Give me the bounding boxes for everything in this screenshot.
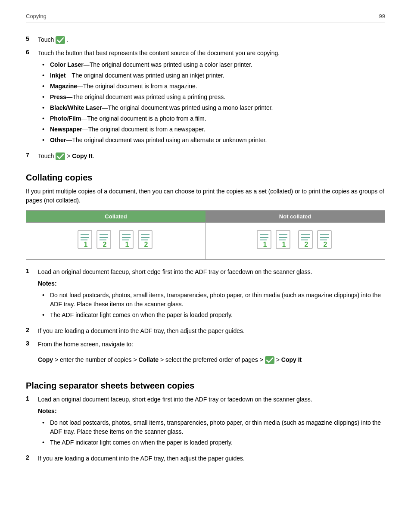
check-icon bbox=[56, 152, 65, 160]
not-collated-cell: 1 1 bbox=[206, 223, 385, 260]
collating-step-1: 1 Load an original document faceup, shor… bbox=[26, 268, 385, 322]
doc-icon-4: 2 bbox=[137, 230, 155, 251]
copy-nav: Copy > enter the number of copies > Coll… bbox=[38, 355, 385, 365]
separator-step-2: 2 If you are loading a document into the… bbox=[26, 454, 385, 463]
collating-step-3: 3 From the home screen, navigate to: Cop… bbox=[26, 340, 385, 369]
not-collated-header: Not collated bbox=[206, 211, 385, 223]
separator-step-1-num: 1 bbox=[26, 395, 38, 402]
list-item: The ADF indicator light comes on when th… bbox=[42, 311, 385, 320]
separator-notes-1: Do not load postcards, photos, small ite… bbox=[42, 418, 385, 447]
header-section-label: Copying bbox=[26, 13, 47, 19]
notes-label-sep-1: Notes: bbox=[38, 407, 385, 416]
svg-text:2: 2 bbox=[305, 241, 308, 248]
step-6-bullets: Color Laser—The original document was pr… bbox=[42, 60, 385, 145]
separator-step-1-content: Load an original document faceup, short … bbox=[38, 395, 385, 450]
svg-text:2: 2 bbox=[144, 241, 148, 248]
step-6-content: Touch the button that best represents th… bbox=[38, 49, 385, 147]
list-item: Do not load postcards, photos, small ite… bbox=[42, 418, 385, 436]
page-number: 99 bbox=[379, 13, 385, 19]
separator-step-2-content: If you are loading a document into the A… bbox=[38, 454, 385, 463]
svg-text:2: 2 bbox=[324, 241, 327, 248]
step-6: 6 Touch the button that best represents … bbox=[26, 49, 385, 147]
separator-section-title: Placing separator sheets between copies bbox=[26, 381, 385, 391]
step-7: 7 Touch > Copy It. bbox=[26, 152, 385, 161]
list-item: Magazine—The original document is from a… bbox=[42, 82, 385, 91]
doc-icon-3: 1 bbox=[118, 230, 136, 251]
svg-text:1: 1 bbox=[282, 241, 286, 248]
collating-section-title: Collating copies bbox=[26, 173, 385, 183]
collating-step-2-content: If you are loading a document into the A… bbox=[38, 327, 385, 336]
doc-icon-1: 1 bbox=[77, 230, 94, 251]
svg-text:1: 1 bbox=[84, 241, 87, 248]
collating-intro: If you print multiple copies of a docume… bbox=[26, 187, 385, 205]
check-icon bbox=[56, 36, 65, 44]
svg-text:1: 1 bbox=[125, 241, 129, 248]
separator-step-2-num: 2 bbox=[26, 454, 38, 461]
step-6-number: 6 bbox=[26, 49, 38, 56]
collating-step-1-content: Load an original document faceup, short … bbox=[38, 268, 385, 322]
notes-label-1: Notes: bbox=[38, 279, 385, 288]
step-5-number: 5 bbox=[26, 35, 38, 42]
copy-it-bold: Copy It bbox=[281, 356, 302, 363]
collated-cell: 1 2 bbox=[26, 223, 206, 260]
svg-text:2: 2 bbox=[103, 241, 106, 248]
collating-notes-1: Do not load postcards, photos, small ite… bbox=[42, 291, 385, 320]
page-header: Copying 99 bbox=[26, 13, 385, 22]
collated-icons: 1 2 bbox=[77, 230, 155, 251]
doc-icon-8: 2 bbox=[317, 230, 334, 251]
collating-step-1-num: 1 bbox=[26, 268, 38, 274]
list-item: The ADF indicator light comes on when th… bbox=[42, 438, 385, 447]
collating-step-2: 2 If you are loading a document into the… bbox=[26, 327, 385, 336]
collated-header: Collated bbox=[26, 211, 206, 223]
collate-bold: Collate bbox=[138, 356, 159, 363]
collate-table: Collated Not collated 1 bbox=[26, 210, 385, 260]
list-item: Press—The original document was printed … bbox=[42, 93, 385, 102]
collating-step-3-num: 3 bbox=[26, 340, 38, 347]
list-item: Other—The original document was printed … bbox=[42, 136, 385, 145]
list-item: Photo/Film—The original document is a ph… bbox=[42, 114, 385, 123]
svg-text:1: 1 bbox=[263, 241, 267, 248]
doc-icon-2: 2 bbox=[96, 230, 113, 251]
page: Copying 99 5 Touch . 6 Touch the button … bbox=[0, 0, 411, 485]
step-5: 5 Touch . bbox=[26, 35, 385, 44]
step-5-content: Touch . bbox=[38, 35, 385, 44]
separator-step-1: 1 Load an original document faceup, shor… bbox=[26, 395, 385, 450]
list-item: Color Laser—The original document was pr… bbox=[42, 60, 385, 69]
collating-step-3-content: From the home screen, navigate to: Copy … bbox=[38, 340, 385, 369]
list-item: Black/White Laser—The original document … bbox=[42, 103, 385, 112]
copy-it-label: Copy It bbox=[72, 152, 92, 159]
list-item: Inkjet—The original document was printed… bbox=[42, 71, 385, 80]
not-collated-icons: 1 1 bbox=[256, 230, 334, 251]
step-7-number: 7 bbox=[26, 152, 38, 159]
collating-step-2-num: 2 bbox=[26, 327, 38, 333]
doc-icon-6: 1 bbox=[275, 230, 293, 251]
doc-icon-5: 1 bbox=[256, 230, 274, 251]
step-7-content: Touch > Copy It. bbox=[38, 152, 385, 161]
doc-icon-7: 2 bbox=[298, 230, 315, 251]
list-item: Newspaper—The original document is from … bbox=[42, 125, 385, 134]
list-item: Do not load postcards, photos, small ite… bbox=[42, 291, 385, 309]
check-icon bbox=[265, 356, 274, 364]
